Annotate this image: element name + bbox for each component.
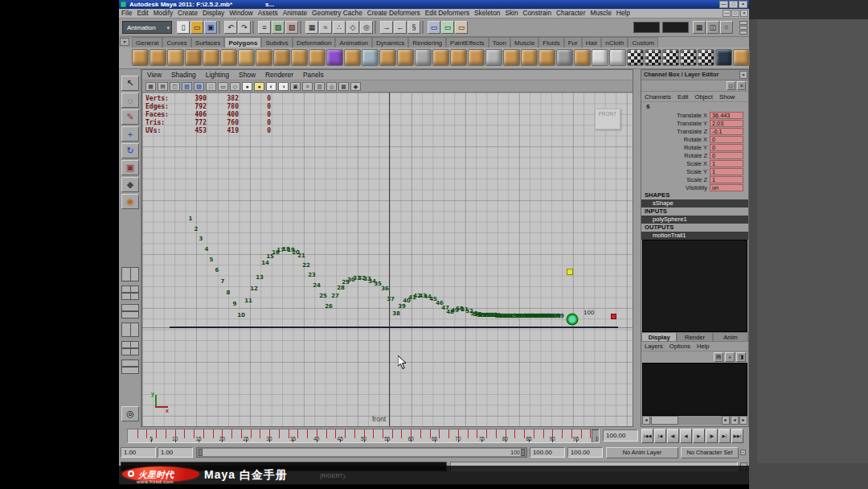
character-set-button[interactable]: No Character Set [681, 447, 739, 458]
shelf-item-icon[interactable] [627, 49, 644, 66]
channel-node-polySphere1[interactable]: polySphere1 [641, 216, 748, 224]
close-icon[interactable]: × [739, 71, 747, 79]
range-end-handle[interactable] [521, 449, 525, 456]
shelf-item-icon[interactable] [574, 49, 591, 66]
panel-toolbar-icon[interactable]: ● [254, 82, 264, 91]
shelf-item-icon[interactable] [397, 49, 414, 66]
menu-modify[interactable]: Modify [151, 9, 175, 18]
channel-attr-value-field[interactable]: 0 [710, 152, 743, 159]
menu-skin[interactable]: Skin [502, 9, 520, 18]
playback-end-field[interactable]: 100.00 [530, 447, 565, 458]
select-mode-hierarchy-icon[interactable]: ≡ [258, 21, 271, 34]
shelf-item-icon[interactable] [185, 49, 202, 66]
channel-node-motionTrail1[interactable]: motionTrail1 [641, 232, 748, 240]
viewport-menu-lighting[interactable]: Lighting [201, 70, 234, 80]
shelf-menu-icon[interactable]: ▾ [120, 38, 129, 46]
menu-create[interactable]: Create [175, 9, 200, 18]
pane-scroll-left-icon[interactable]: ◂ [731, 416, 739, 425]
scrollbar-thumb[interactable] [651, 416, 678, 425]
shelf-item-icon[interactable] [556, 49, 573, 66]
shelf-tab-painteffects[interactable]: PaintEffects [446, 37, 489, 47]
move-tool[interactable]: + [121, 126, 139, 142]
scale-tool[interactable]: ▣ [121, 160, 139, 175]
channel-box-menu-object[interactable]: Object [691, 92, 716, 101]
shelf-item-icon[interactable] [149, 49, 166, 66]
snap-view-icon[interactable]: ◎ [360, 21, 373, 34]
channel-node-sShape[interactable]: sShape [641, 199, 748, 208]
outliner-persp-layout[interactable] [121, 360, 139, 374]
channel-attr-value-field[interactable]: 1 [710, 160, 743, 167]
menu-muscle[interactable]: Muscle [588, 9, 613, 18]
shelf-tab-fur[interactable]: Fur [564, 37, 582, 47]
scroll-right-icon[interactable]: ▸ [722, 416, 730, 425]
mdi-minimize-button[interactable]: — [723, 10, 731, 17]
shelf-tab-deformation[interactable]: Deformation [293, 37, 336, 47]
menu-constrain[interactable]: Constrain [521, 9, 555, 18]
anim-layer-button[interactable]: No Anim Layer [606, 447, 678, 458]
shelf-item-icon[interactable] [468, 49, 485, 66]
shelf-item-icon[interactable] [309, 49, 326, 66]
layer-tab-anim[interactable]: Anim [713, 332, 748, 341]
channel-box-menu-edit[interactable]: Edit [674, 92, 691, 101]
channel-box-menu-show[interactable]: Show [716, 92, 739, 101]
layer-list[interactable] [642, 363, 747, 416]
panel-toolbar-icon[interactable]: ▧ [182, 82, 192, 91]
shelf-item-icon[interactable] [415, 49, 432, 66]
panel-toolbar-icon[interactable]: ▦ [145, 82, 156, 91]
channel-attr-value-field[interactable]: 1 [710, 168, 743, 175]
toggle-attribute-editor-icon[interactable] [739, 21, 747, 25]
channel-speed-icon[interactable]: ≡ [737, 81, 746, 90]
menu-create-deformers[interactable]: Create Deformers [365, 9, 423, 18]
play-backwards-button[interactable]: ◀ [680, 429, 692, 443]
close-button[interactable]: × [739, 1, 747, 8]
panel-toolbar-icon[interactable]: ◆ [350, 82, 361, 91]
menu-display[interactable]: Display [200, 9, 227, 18]
shelf-item-icon[interactable] [662, 49, 679, 66]
menu-assets[interactable]: Assets [256, 9, 280, 18]
restore-button[interactable]: □ [729, 1, 738, 8]
shelf-item-icon[interactable] [698, 49, 714, 66]
panel-toolbar-icon[interactable]: ◐ [266, 82, 276, 91]
viewport-menu-renderer[interactable]: Renderer [260, 70, 298, 80]
single-pane-layout[interactable] [121, 267, 139, 281]
go-to-start-button[interactable]: |◀◀ [641, 429, 653, 443]
animation-end-field[interactable]: 100.00 [567, 447, 603, 458]
panel-toolbar-icon[interactable]: ▥ [314, 82, 325, 91]
channel-attr-value-field[interactable]: on [710, 184, 743, 191]
channel-attr-value-field[interactable]: 1 [710, 176, 743, 183]
menu-geometry-cache[interactable]: Geometry Cache [309, 9, 365, 18]
shelf-tab-toon[interactable]: Toon [489, 37, 510, 47]
menu-file[interactable]: File [119, 9, 134, 18]
viewport-menu-shading[interactable]: Shading [166, 70, 201, 80]
three-pane-layout[interactable] [121, 341, 139, 355]
shelf-item-icon[interactable] [733, 49, 750, 66]
channel-attr-value-field[interactable]: -0.1 [710, 128, 743, 135]
input-connections-icon[interactable]: → [380, 21, 393, 34]
channel-manipulator-icon[interactable]: ◇ [727, 81, 735, 90]
toggle-tool-settings-icon[interactable] [739, 26, 747, 30]
viewport-menu-view[interactable]: View [142, 70, 166, 80]
save-scene-icon[interactable]: ▣ [204, 21, 217, 34]
range-start-handle[interactable] [199, 449, 203, 456]
layer-tab-display[interactable]: Display [641, 332, 677, 341]
shelf-item-icon[interactable] [132, 49, 149, 66]
play-forwards-button[interactable]: ▶ [693, 429, 705, 443]
panel-toolbar-icon[interactable]: ≡ [302, 82, 313, 91]
channel-attr-value-field[interactable]: 0 [710, 144, 743, 151]
shelf-tab-hair[interactable]: Hair [582, 37, 602, 47]
menu-help[interactable]: Help [614, 9, 633, 18]
two-pane-stacked-layout[interactable] [121, 323, 139, 337]
shelf-tab-general[interactable]: General [132, 37, 162, 47]
range-slider[interactable]: 100 [196, 447, 527, 458]
shelf-item-icon[interactable] [256, 49, 272, 66]
new-empty-layer-icon[interactable]: ▤ [714, 352, 723, 362]
shelf-tab-muscle[interactable]: Muscle [510, 37, 538, 47]
undo-icon[interactable]: ↶ [224, 21, 237, 34]
panel-toolbar-icon[interactable]: ▩ [338, 82, 349, 91]
time-slider[interactable]: 5101520253035404550556065707580859095100 [127, 429, 600, 443]
scroll-left-icon[interactable]: ◂ [642, 416, 650, 425]
quick-select-field[interactable] [662, 22, 689, 33]
shelf-tab-subdivs[interactable]: Subdivs [261, 37, 292, 47]
title-bar[interactable]: Autodesk Maya 2011: F:\2.5.2.mb* s... —□… [119, 0, 749, 9]
shelf-item-icon[interactable] [645, 49, 661, 66]
